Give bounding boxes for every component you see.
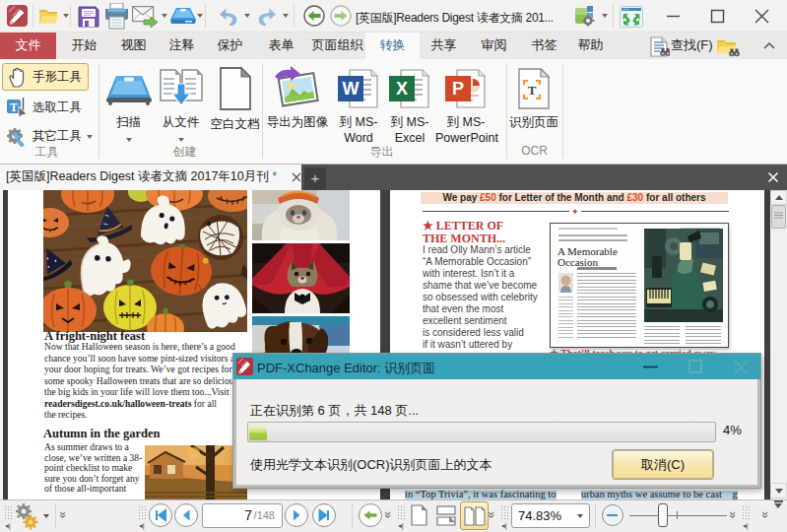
- svg-text:P: P: [452, 79, 464, 99]
- svg-text:T: T: [528, 83, 537, 98]
- svg-text:T: T: [10, 100, 18, 114]
- svg-text:W: W: [343, 79, 360, 99]
- svg-text:X: X: [396, 79, 408, 99]
